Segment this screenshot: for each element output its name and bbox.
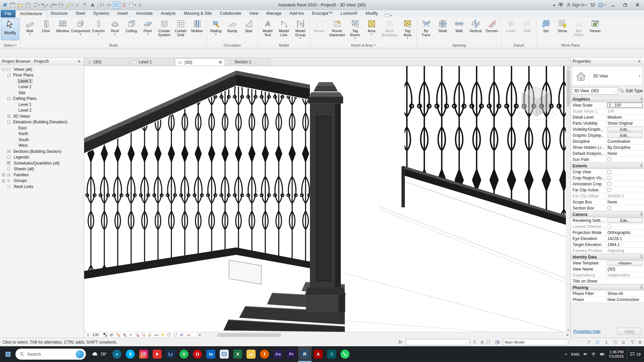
set-button[interactable]: Set	[538, 18, 554, 40]
tag-room-button[interactable]: 1Tag Room▾	[347, 18, 363, 40]
drag-on-selection-toggle-icon[interactable]	[621, 340, 627, 345]
tree-item-revit-links[interactable]: Revit Links	[0, 184, 84, 190]
property-value[interactable]: 1984.1	[607, 242, 620, 247]
tag-area-button[interactable]: 1Tag Area▾	[399, 18, 416, 40]
curtain-system-button[interactable]: Cur­tain System	[156, 18, 172, 40]
dormer-button[interactable]: Dormer	[484, 18, 500, 40]
tree-expander-icon[interactable]: +	[2, 173, 5, 176]
taskbar-app-spotify[interactable]	[177, 346, 191, 362]
project-browser-close-icon[interactable]: ✕	[76, 59, 82, 64]
ribbon-tab-annotate[interactable]: Annotate	[132, 10, 157, 17]
taskbar-app-revit-active[interactable]: R	[298, 346, 312, 362]
restore-button[interactable]	[621, 1, 630, 9]
column-button[interactable]: Column▾	[90, 18, 107, 40]
ribbon-tab-manage[interactable]: Manage	[262, 10, 285, 17]
battery-icon[interactable]	[599, 352, 605, 357]
mullion-button[interactable]: Mullion	[189, 18, 205, 40]
ceiling-button[interactable]: Ceiling	[123, 18, 140, 40]
roof-button[interactable]: Roof▾	[107, 18, 123, 40]
select-underlay-toggle-icon[interactable]	[594, 340, 601, 345]
tree-item-3d-views[interactable]: +3D Views	[0, 113, 84, 119]
scroll-left-icon[interactable]: ◄	[197, 333, 202, 337]
property-value[interactable]: None	[607, 200, 617, 204]
customize-qat-button[interactable]	[137, 1, 144, 9]
ribbon-tab-collaborate[interactable]: Collaborate	[216, 10, 245, 17]
undo-button[interactable]: ▾	[41, 1, 49, 9]
apply-button[interactable]: Apply	[617, 328, 641, 335]
ramp-button[interactable]: Ramp	[224, 18, 240, 40]
taskbar-search-input[interactable]: Search	[15, 349, 86, 360]
vertical-scroll-thumb[interactable]	[567, 70, 570, 107]
unlocked-3d-view-icon[interactable]	[147, 333, 153, 338]
aligned-dimension-button[interactable]	[73, 1, 81, 9]
thin-lines-button[interactable]	[113, 1, 120, 9]
selection-filter-icon[interactable]	[629, 340, 636, 345]
detail-level-icon[interactable]	[102, 333, 108, 338]
property-checkbox[interactable]	[607, 206, 611, 210]
tree-item-legends[interactable]: Legends	[0, 155, 84, 161]
show-crop-region-icon[interactable]	[141, 333, 146, 338]
close-hidden-windows-button[interactable]	[120, 1, 128, 9]
taskbar-app-whatsapp[interactable]	[338, 346, 352, 362]
property-value[interactable]: Show Original	[607, 121, 633, 126]
model-group-button[interactable]: Model Group▾	[292, 18, 309, 40]
none-button[interactable]: <None>	[607, 260, 643, 265]
view-tab-section-1[interactable]: Section 1	[225, 58, 270, 66]
print-button[interactable]	[57, 1, 65, 9]
taskbar-app-after-effects[interactable]: Ae	[271, 346, 285, 362]
component-button[interactable]: Component▾	[71, 18, 90, 40]
panel-label-select[interactable]: Select▾	[0, 42, 20, 48]
property-checkbox[interactable]	[607, 170, 611, 174]
ribbon-tab-enscape[interactable]: Enscape™	[308, 10, 336, 17]
visual-style-icon[interactable]	[109, 333, 114, 338]
reveal-hidden-elements-icon[interactable]	[160, 333, 165, 338]
vertical-button[interactable]: Vertical	[467, 18, 484, 40]
notification-center[interactable]: 19	[627, 349, 641, 359]
app-store-cart-icon[interactable]	[590, 2, 595, 8]
tree-item-groups[interactable]: +Groups	[0, 178, 84, 184]
show-button[interactable]: Show	[554, 18, 571, 40]
tree-item-level-2[interactable]: Level 2	[0, 108, 84, 114]
curtain-grid-button[interactable]: Curtain Grid	[172, 18, 189, 40]
section-header-extents[interactable]: Extents^^	[571, 163, 644, 169]
tree-item-floor-plans[interactable]: -Floor Plans	[0, 72, 84, 78]
area-button[interactable]: Area▾	[363, 18, 380, 40]
view-tab-close-icon[interactable]: ✕	[219, 60, 222, 65]
taskbar-app-lightroom[interactable]: Lr	[164, 346, 177, 362]
close-button[interactable]	[633, 1, 642, 9]
save-button[interactable]	[24, 1, 32, 9]
taskbar-weather[interactable]: 78°	[89, 351, 110, 358]
default-3d-view-button[interactable]: ▾	[97, 1, 105, 9]
tree-item-level-1[interactable]: Level 1	[0, 102, 84, 108]
tree-item-south[interactable]: South	[0, 137, 84, 143]
active-workset-select[interactable]: ⌄	[406, 339, 470, 345]
tree-expander-icon[interactable]: +	[2, 179, 5, 182]
taskbar-app-linkedin[interactable]: in	[204, 346, 218, 362]
taskbar-clock[interactable]: 1:36 PM 7/1/2023	[608, 350, 624, 359]
property-value-input[interactable]: 1 : 100	[607, 103, 643, 108]
tree-expander-icon[interactable]: -	[7, 97, 10, 100]
design-option-select[interactable]: Main Model ⌄	[503, 339, 568, 345]
tree-item-site[interactable]: Site	[0, 90, 84, 96]
document-button[interactable]	[9, 1, 16, 9]
property-checkbox[interactable]	[607, 158, 611, 161]
railing-button[interactable]: Railing▾	[208, 18, 224, 40]
measure-button[interactable]: ▾	[65, 1, 73, 9]
section-header-camera[interactable]: Camera^^	[571, 211, 644, 218]
section-header-graphics[interactable]: Graphics^^	[571, 96, 644, 102]
volume-icon[interactable]	[583, 352, 588, 357]
modify-button[interactable]: Modify	[1, 18, 19, 40]
taskbar-app-3ds-max[interactable]: 3	[325, 346, 338, 362]
bing-icon[interactable]	[76, 350, 84, 358]
horizontal-scrollbar[interactable]: ◄ ►	[197, 332, 570, 338]
tree-expander-icon[interactable]: -	[7, 74, 10, 77]
tree-item-level-2[interactable]: Level 2	[0, 84, 84, 90]
tree-item-sheets-all[interactable]: Sheets (all)	[0, 166, 84, 172]
property-value[interactable]: 14228.1	[607, 236, 622, 241]
taskbar-app-excel[interactable]: X	[231, 346, 245, 362]
crop-view-off-icon[interactable]	[134, 333, 140, 338]
type-selector[interactable]: 3D View ▾	[572, 66, 643, 86]
ribbon-tab-add-ins[interactable]: Add-Ins	[285, 10, 308, 17]
vertical-scrollbar[interactable]: ▲ ▼	[566, 66, 570, 332]
temporary-view-properties-icon[interactable]	[166, 333, 172, 338]
